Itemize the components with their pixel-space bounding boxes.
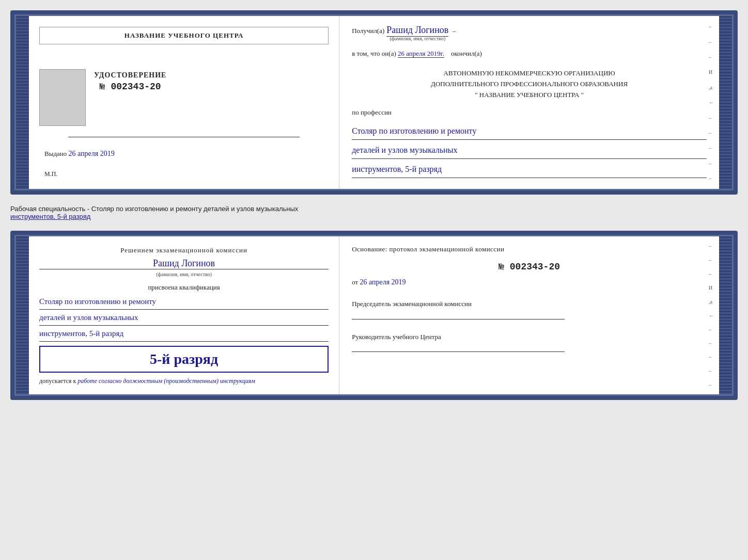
- udost-title: УДОСТОВЕРЕНИЕ: [94, 71, 166, 79]
- spine-right-2: [719, 235, 734, 396]
- vydano-line: Выдано 26 апреля 2019: [39, 150, 115, 158]
- rukovoditel-label: Руководитель учебного Центра: [352, 332, 707, 342]
- rank-text: 5-й разряд: [49, 351, 319, 367]
- cert2-qualification-block: Столяр по изготовлению и ремонту деталей…: [39, 294, 329, 342]
- rukovoditel-signature-line: [352, 344, 565, 352]
- predsedatel-signature-line: [352, 311, 565, 319]
- cert2-right-panel: Основание: протокол экзаменационной коми…: [339, 235, 719, 396]
- cert2-qual-line-1: Столяр по изготовлению и ремонту: [39, 294, 329, 310]
- prisvoena-label: присвоена квалификация: [39, 283, 329, 292]
- osnovanie-text: Основание: протокол экзаменационной коми…: [352, 245, 707, 253]
- rukovoditel-block: Руководитель учебного Центра: [352, 332, 707, 353]
- qual-line-1: Столяр по изготовлению и ремонту: [352, 123, 707, 140]
- fio-sublabel: (фамилия, имя, отчество): [386, 36, 448, 41]
- rank-box: 5-й разряд: [39, 346, 329, 373]
- qual-line-2: деталей и узлов музыкальных: [352, 142, 707, 159]
- ot-line: от 26 апреля 2019: [352, 278, 707, 286]
- cert2-recipient-name: Рашид Логинов: [39, 258, 329, 269]
- cert-body-bottom: Решением экзаменационной комиссии Рашид …: [29, 235, 719, 396]
- recipient-name: Рашид Логинов: [386, 25, 448, 37]
- spine-left-2: [14, 235, 29, 396]
- resheniem-block: Решением экзаменационной комиссии: [39, 245, 329, 256]
- mp-text: М.П.: [39, 170, 57, 178]
- bottom-certificate: Решением экзаменационной комиссии Рашид …: [10, 231, 738, 400]
- protocol-number: № 002343-20: [352, 262, 707, 272]
- center-name: НАЗВАНИЕ УЧЕБНОГО ЦЕНТРА: [39, 27, 329, 44]
- specialty-text-1: Рабочая специальность - Столяр по изгото…: [10, 203, 738, 222]
- predsedatel-block: Председатель экзаменационной комиссии: [352, 299, 707, 319]
- page-container: НАЗВАНИЕ УЧЕБНОГО ЦЕНТРА УДОСТОВЕРЕНИЕ №…: [10, 10, 738, 400]
- cert-left-panel: НАЗВАНИЕ УЧЕБНОГО ЦЕНТРА УДОСТОВЕРЕНИЕ №…: [29, 14, 339, 190]
- top-certificate: НАЗВАНИЕ УЧЕБНОГО ЦЕНТРА УДОСТОВЕРЕНИЕ №…: [10, 10, 738, 195]
- photo-placeholder: [39, 69, 86, 126]
- poluchil-line: Получил(а) Рашид Логинов (фамилия, имя, …: [352, 25, 707, 41]
- dopuskaetsya-block: допускается к работе согласно должностны…: [39, 377, 329, 386]
- cert-date: 26 апреля 2019г.: [398, 50, 444, 58]
- cert2-fio-sub: (фамилия, имя, отчество): [39, 271, 329, 277]
- udost-number: № 002343-20: [94, 82, 166, 92]
- org-block: АВТОНОМНУЮ НЕКОММЕРЧЕСКУЮ ОРГАНИЗАЦИЮ ДО…: [352, 68, 707, 100]
- cert2-qual-line-2: деталей и узлов музыкальных: [39, 310, 329, 326]
- cert2-qual-line-3: инструментов, 5-й разряд: [39, 326, 329, 342]
- spine-right: [719, 14, 734, 190]
- spine-left: [14, 14, 29, 190]
- deco-right-2: – – – И ,а ← – – – – –: [709, 235, 715, 396]
- po-professii-label: по профессии: [352, 108, 707, 117]
- cert-body-top: НАЗВАНИЕ УЧЕБНОГО ЦЕНТРА УДОСТОВЕРЕНИЕ №…: [29, 14, 719, 190]
- cert-right-panel: Получил(а) Рашид Логинов (фамилия, имя, …: [339, 14, 719, 190]
- predsedatel-label: Председатель экзаменационной комиссии: [352, 299, 707, 309]
- deco-right: – – – И ,а ← – – – – –: [709, 14, 715, 190]
- qual-line-3: инструментов, 5-й разряд: [352, 161, 707, 178]
- udost-block: УДОСТОВЕРЕНИЕ № 002343-20: [94, 71, 166, 92]
- cert2-left-panel: Решением экзаменационной комиссии Рашид …: [29, 235, 339, 396]
- dopusk-text: работе согласно должностным (производств…: [77, 377, 255, 385]
- qualification-block: Столяр по изготовлению и ремонту деталей…: [352, 123, 707, 180]
- vtom-line: в том, что он(а) 26 апреля 2019г. окончи…: [352, 50, 707, 58]
